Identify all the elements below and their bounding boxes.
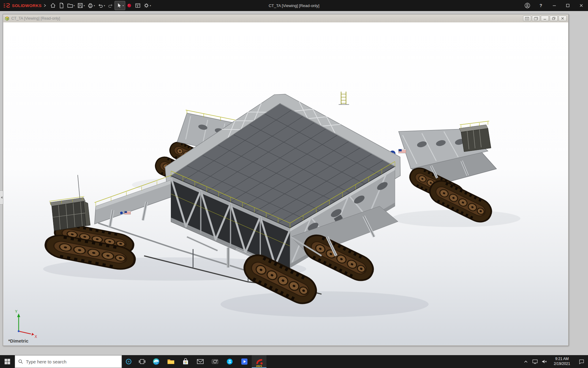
start-button[interactable]: [0, 355, 15, 368]
mail-icon: [197, 358, 204, 365]
us-flag-decal-rear: [399, 149, 406, 153]
clock-time: 9:21 AM: [555, 357, 569, 362]
open-folder-icon: [67, 2, 73, 9]
taskbar-camera[interactable]: [208, 355, 222, 368]
app-titlebar: SOLIDWORKS ▾ ▾ ▾ ▾ ▾ ▾ CT_TA [V: [0, 0, 588, 11]
taskbar-solidworks[interactable]: 2021: [252, 355, 266, 368]
volume-muted-icon: [541, 358, 548, 365]
doc-close-button[interactable]: [559, 16, 567, 21]
cascade-window-icon: [534, 17, 538, 20]
action-center-button[interactable]: [575, 355, 588, 368]
system-tray: 9:21 AM 2/19/2021: [521, 355, 588, 368]
3dexperience-button[interactable]: [125, 1, 134, 10]
cortana-button[interactable]: [122, 355, 135, 368]
home-button[interactable]: [49, 1, 57, 10]
help-button[interactable]: ?: [534, 0, 548, 11]
taskbar-media-player[interactable]: [237, 355, 252, 368]
3dexperience-icon: [126, 2, 132, 9]
triad-x-label: X: [35, 335, 37, 339]
document-titlebar[interactable]: CT_TA [Viewing] [Read-only]: [3, 14, 568, 22]
windows-taskbar: 2021 9:21 AM 2/19/2021: [0, 355, 588, 368]
display-tray-button[interactable]: [530, 355, 540, 368]
minimize-button[interactable]: [548, 0, 561, 11]
new-document-button[interactable]: [57, 1, 66, 10]
skype-icon: [226, 358, 233, 365]
solidworks-logo: SOLIDWORKS: [0, 3, 49, 8]
open-document-button[interactable]: ▾: [66, 1, 76, 10]
hidden-icons-button[interactable]: [521, 355, 530, 368]
solidworks-logo-icon: [3, 3, 10, 8]
task-view-button[interactable]: [135, 355, 149, 368]
search-icon: [18, 359, 23, 364]
tile-window-button[interactable]: [523, 16, 531, 21]
graphics-viewport[interactable]: Y X *Dimetric: [3, 22, 568, 345]
open-caret-icon[interactable]: ▾: [74, 4, 75, 7]
splitter-arrow-icon: [1, 196, 2, 199]
redo-icon: [107, 2, 114, 9]
titlebar-controls: ?: [521, 0, 588, 11]
tile-window-icon: [525, 17, 529, 20]
crawler-transporter-model[interactable]: Y X: [3, 22, 568, 345]
select-tool-button[interactable]: ▾: [115, 1, 125, 10]
operator-cab-front-left[interactable]: [49, 175, 90, 231]
save-button[interactable]: ▾: [76, 1, 86, 10]
print-icon: [87, 2, 93, 9]
triad-z-axis-dot: [18, 330, 20, 332]
doc-close-icon: [561, 17, 564, 20]
taskbar-store[interactable]: [178, 355, 193, 368]
taskbar-edge[interactable]: [149, 355, 164, 368]
account-icon: [524, 2, 530, 9]
gear-icon: [143, 2, 149, 9]
redo-button[interactable]: [106, 1, 115, 10]
print-button[interactable]: ▾: [86, 1, 96, 10]
clock-date: 2/19/2021: [554, 362, 570, 366]
cascade-window-button[interactable]: [532, 16, 540, 21]
account-button[interactable]: [521, 0, 534, 11]
nasa-logo-front-left: [120, 211, 123, 214]
display-pane-icon: [135, 2, 141, 9]
solidworks-version-badge: 2021: [256, 365, 262, 368]
print-caret-icon[interactable]: ▾: [94, 4, 95, 7]
select-caret-icon[interactable]: ▾: [123, 4, 124, 7]
doc-minimize-button[interactable]: [541, 16, 549, 21]
search-input[interactable]: [26, 359, 119, 364]
file-explorer-icon: [167, 358, 175, 366]
taskbar-search[interactable]: [15, 355, 122, 368]
operator-cab-rear-right[interactable]: [459, 121, 491, 152]
action-center-icon: [579, 358, 585, 365]
us-flag-decal-front: [125, 211, 131, 214]
help-icon: ?: [540, 3, 542, 8]
brand-name: SOLIDWORKS: [12, 3, 42, 8]
orientation-triad[interactable]: Y X: [15, 309, 37, 339]
save-icon: [77, 2, 83, 9]
store-icon: [182, 358, 189, 365]
app-client-area: CT_TA [Viewing] [Read-only]: [0, 11, 588, 355]
document-window-buttons: [523, 16, 567, 21]
volume-button[interactable]: [540, 355, 549, 368]
close-icon: [579, 4, 583, 7]
chevron-up-icon: [523, 359, 529, 364]
taskbar-clock[interactable]: 9:21 AM 2/19/2021: [549, 355, 575, 368]
doc-restore-button[interactable]: [550, 16, 558, 21]
undo-icon: [97, 2, 104, 9]
undo-button[interactable]: ▾: [96, 1, 106, 10]
document-window: CT_TA [Viewing] [Read-only]: [3, 14, 569, 346]
maximize-button[interactable]: [561, 0, 575, 11]
task-view-icon: [138, 358, 146, 365]
taskbar-mail[interactable]: [193, 355, 208, 368]
close-button[interactable]: [575, 0, 588, 11]
taskbar-skype[interactable]: [222, 355, 237, 368]
options-button[interactable]: ▾: [142, 1, 152, 10]
save-caret-icon[interactable]: ▾: [84, 4, 85, 7]
display-icon: [532, 358, 538, 365]
display-pane-button[interactable]: [134, 1, 142, 10]
undo-caret-icon[interactable]: ▾: [104, 4, 105, 7]
flyout-arrow-icon[interactable]: [43, 4, 46, 7]
options-caret-icon[interactable]: ▾: [150, 4, 151, 7]
assembly-doc-icon: [5, 16, 9, 21]
taskbar-file-explorer[interactable]: [164, 355, 178, 368]
windows-logo-icon: [4, 358, 10, 365]
cortana-icon: [125, 358, 132, 365]
panel-splitter-tab[interactable]: [0, 190, 3, 205]
new-document-icon: [58, 2, 65, 9]
